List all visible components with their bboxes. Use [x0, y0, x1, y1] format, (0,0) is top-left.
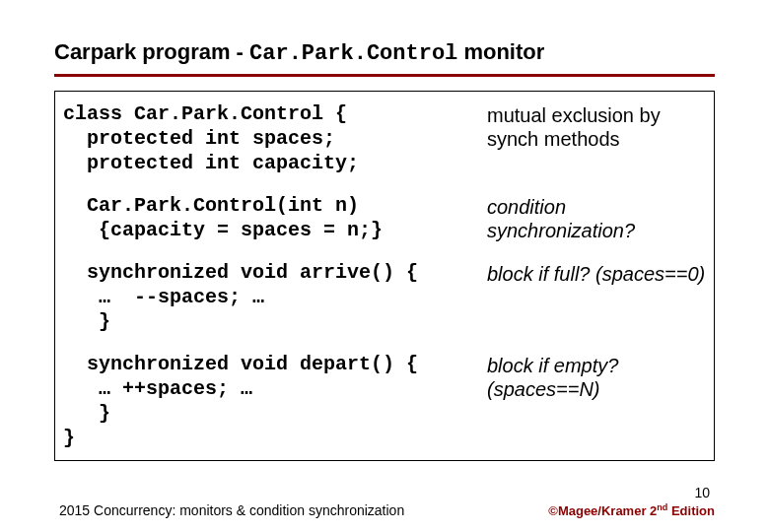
code-row: class Car.Park.Control { protected int s… — [63, 101, 706, 175]
code-block: class Car.Park.Control { protected int s… — [63, 101, 487, 175]
footer-copyright: ©Magee/Kramer — [548, 503, 650, 518]
title-rule — [54, 74, 715, 77]
annotation: block if empty? (spaces==N) — [487, 352, 706, 401]
title-mono: Car.Park.Control — [249, 41, 457, 66]
title-prefix: Carpark program - — [54, 39, 249, 64]
code-row: Car.Park.Control(int n) {capacity = spac… — [63, 193, 706, 242]
footer-edition-word: Edition — [667, 503, 715, 518]
footer-left: 2015 Concurrency: monitors & condition s… — [59, 502, 404, 518]
code-block: Car.Park.Control(int n) {capacity = spac… — [63, 193, 487, 242]
annotation: mutual exclusion by synch methods — [487, 101, 706, 151]
footer-right: ©Magee/Kramer 2nd Edition — [548, 502, 715, 518]
annotation: condition synchronization? — [487, 193, 706, 242]
code-block: synchronized void arrive() { … --spaces;… — [63, 260, 487, 334]
code-block: synchronized void depart() { … ++spaces;… — [63, 352, 487, 450]
annotation: block if full? (spaces==0) — [487, 260, 706, 286]
code-box: class Car.Park.Control { protected int s… — [54, 91, 715, 461]
ordinal-suffix: nd — [657, 502, 667, 512]
slide-number: 10 — [694, 485, 710, 500]
code-row: synchronized void depart() { … ++spaces;… — [63, 352, 706, 450]
code-row: synchronized void arrive() { … --spaces;… — [63, 260, 706, 334]
title-suffix: monitor — [457, 39, 544, 64]
slide-title: Carpark program - Car.Park.Control monit… — [54, 39, 715, 74]
